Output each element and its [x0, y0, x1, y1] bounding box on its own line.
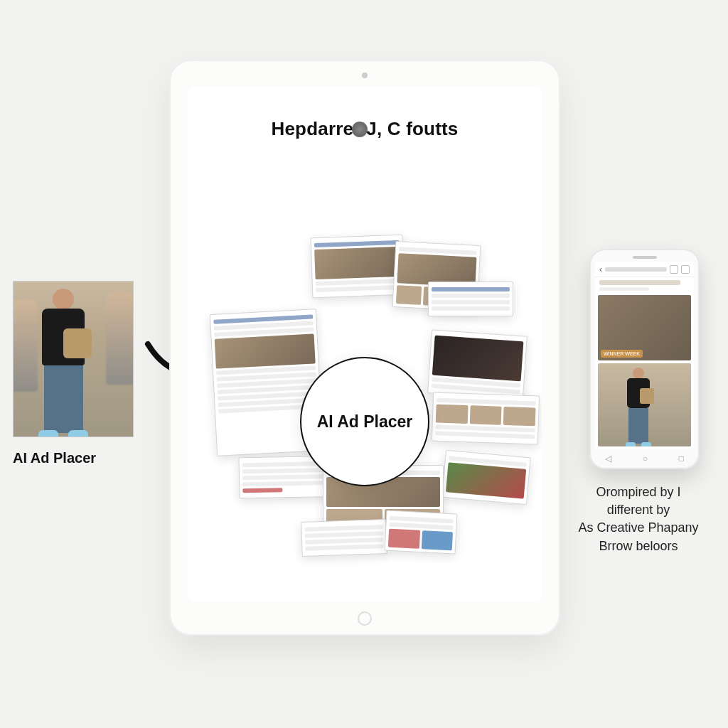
site-card: [311, 235, 405, 298]
caption-line: As Creative Phapany: [567, 519, 710, 537]
phone-subheader: [595, 277, 694, 294]
person-figure: [35, 289, 92, 437]
ai-ad-placer-badge: AI Ad Placer: [300, 357, 429, 486]
caption-line: Orompired by I: [567, 483, 710, 501]
nav-recent-icon: □: [679, 454, 684, 464]
site-card: [441, 450, 530, 505]
tablet-screen: HepdarreJ, C foutts: [188, 87, 542, 601]
site-card: [427, 329, 528, 400]
image-tag: WINNER WEEK: [601, 350, 643, 358]
site-card: [432, 392, 540, 444]
globe-icon: [352, 122, 368, 137]
site-card: [301, 519, 387, 557]
tablet-camera-icon: [362, 73, 368, 78]
phone-action-icon: [670, 265, 678, 274]
page-headline: HepdarreJ, C foutts: [188, 118, 542, 140]
phone-hero-image: WINNER WEEK: [598, 295, 691, 360]
phone-caption: Orompired by I different by As Creative …: [567, 483, 710, 555]
phone-screen: ‹ WINNER WEEK: [595, 262, 694, 449]
caption-line: Brrow beloors: [567, 537, 710, 555]
phone-action-icon: [681, 265, 690, 274]
caption-line: different by: [567, 501, 710, 519]
tablet-home-button-icon: [358, 611, 372, 626]
phone-device: ‹ WINNER WEEK ◁ ○ □: [589, 249, 700, 469]
headline-left: Hepdarre: [271, 118, 353, 139]
website-collage: AI Ad Placer: [216, 243, 513, 556]
back-icon: ‹: [599, 264, 602, 274]
tablet-device: HepdarreJ, C foutts: [169, 60, 560, 636]
phone-nav-bar: ◁ ○ □: [589, 452, 700, 465]
source-creative: AI Ad Placer: [13, 281, 134, 466]
site-card: [428, 282, 513, 316]
headline-right: J, C foutts: [366, 118, 458, 139]
person-figure: [623, 368, 654, 446]
phone-title-placeholder: [605, 267, 667, 272]
source-photo: [13, 281, 134, 437]
phone-toolbar: ‹: [595, 262, 694, 277]
site-card: [385, 510, 458, 554]
nav-home-icon: ○: [643, 454, 648, 464]
phone-placed-ad: [598, 363, 691, 446]
source-caption: AI Ad Placer: [13, 450, 134, 466]
nav-back-icon: ◁: [605, 454, 611, 464]
phone-speaker-icon: [633, 256, 657, 259]
